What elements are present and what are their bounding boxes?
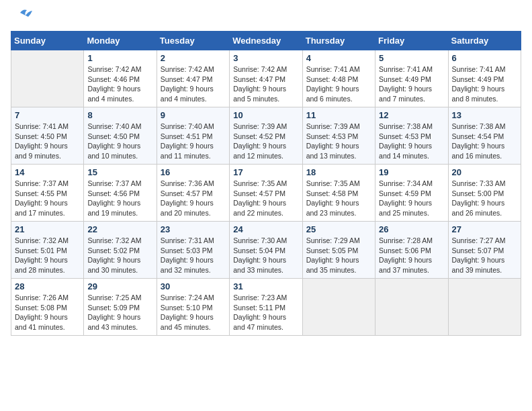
day-number: 20 [452,167,517,177]
day-info: Sunrise: 7:39 AM Sunset: 4:52 PM Dayligh… [233,122,298,161]
calendar-cell: 21Sunrise: 7:32 AM Sunset: 5:01 PM Dayli… [11,222,84,279]
day-of-week-header: Tuesday [157,32,229,50]
day-info: Sunrise: 7:33 AM Sunset: 5:00 PM Dayligh… [452,179,517,218]
day-info: Sunrise: 7:23 AM Sunset: 5:11 PM Dayligh… [233,293,298,332]
day-info: Sunrise: 7:32 AM Sunset: 5:02 PM Dayligh… [87,236,152,275]
calendar-cell: 1Sunrise: 7:42 AM Sunset: 4:46 PM Daylig… [84,50,157,107]
day-number: 5 [379,53,444,63]
day-number: 23 [161,224,226,234]
calendar-cell: 27Sunrise: 7:27 AM Sunset: 5:07 PM Dayli… [448,222,521,279]
calendar-cell: 30Sunrise: 7:24 AM Sunset: 5:10 PM Dayli… [157,279,229,336]
day-info: Sunrise: 7:28 AM Sunset: 5:06 PM Dayligh… [379,236,444,275]
day-info: Sunrise: 7:40 AM Sunset: 4:50 PM Dayligh… [87,122,152,161]
day-info: Sunrise: 7:42 AM Sunset: 4:47 PM Dayligh… [161,64,226,104]
calendar-cell: 19Sunrise: 7:34 AM Sunset: 4:59 PM Dayli… [375,165,448,222]
day-info: Sunrise: 7:41 AM Sunset: 4:49 PM Dayligh… [452,64,517,104]
day-number: 7 [15,110,80,120]
day-info: Sunrise: 7:27 AM Sunset: 5:07 PM Dayligh… [452,236,517,275]
page-header [11,11,521,26]
day-number: 3 [233,53,298,63]
day-number: 19 [379,167,444,177]
day-number: 10 [233,110,298,120]
calendar-cell: 15Sunrise: 7:37 AM Sunset: 4:56 PM Dayli… [84,165,157,222]
day-number: 28 [15,281,80,291]
day-info: Sunrise: 7:39 AM Sunset: 4:53 PM Dayligh… [306,122,371,161]
calendar-cell: 8Sunrise: 7:40 AM Sunset: 4:50 PM Daylig… [84,107,157,165]
calendar-cell: 20Sunrise: 7:33 AM Sunset: 5:00 PM Dayli… [448,165,521,222]
day-info: Sunrise: 7:38 AM Sunset: 4:53 PM Dayligh… [379,122,444,161]
day-info: Sunrise: 7:26 AM Sunset: 5:08 PM Dayligh… [15,293,80,332]
calendar-cell: 11Sunrise: 7:39 AM Sunset: 4:53 PM Dayli… [302,107,375,165]
calendar-week-row: 14Sunrise: 7:37 AM Sunset: 4:55 PM Dayli… [11,165,521,222]
calendar-cell: 9Sunrise: 7:40 AM Sunset: 4:51 PM Daylig… [157,107,229,165]
day-info: Sunrise: 7:40 AM Sunset: 4:51 PM Dayligh… [161,122,226,161]
calendar-cell: 31Sunrise: 7:23 AM Sunset: 5:11 PM Dayli… [230,279,302,336]
calendar-cell: 2Sunrise: 7:42 AM Sunset: 4:47 PM Daylig… [157,50,229,107]
day-number: 15 [87,167,152,177]
calendar-cell: 6Sunrise: 7:41 AM Sunset: 4:49 PM Daylig… [448,50,521,107]
day-number: 26 [379,224,444,234]
day-number: 22 [87,224,152,234]
day-info: Sunrise: 7:37 AM Sunset: 4:55 PM Dayligh… [15,179,80,218]
calendar-cell: 28Sunrise: 7:26 AM Sunset: 5:08 PM Dayli… [11,279,84,336]
day-number: 30 [161,281,226,291]
logo [11,11,32,26]
day-number: 29 [87,281,152,291]
calendar-cell [448,279,521,336]
calendar-cell: 18Sunrise: 7:35 AM Sunset: 4:58 PM Dayli… [302,165,375,222]
calendar-cell: 10Sunrise: 7:39 AM Sunset: 4:52 PM Dayli… [230,107,302,165]
calendar-week-row: 21Sunrise: 7:32 AM Sunset: 5:01 PM Dayli… [11,222,521,279]
day-info: Sunrise: 7:36 AM Sunset: 4:57 PM Dayligh… [161,179,226,218]
calendar-cell: 17Sunrise: 7:35 AM Sunset: 4:57 PM Dayli… [230,165,302,222]
calendar-cell: 24Sunrise: 7:30 AM Sunset: 5:04 PM Dayli… [230,222,302,279]
day-info: Sunrise: 7:25 AM Sunset: 5:09 PM Dayligh… [87,293,152,332]
day-of-week-header: Friday [375,32,448,50]
day-number: 14 [15,167,80,177]
day-number: 4 [306,53,371,63]
day-number: 16 [161,167,226,177]
day-number: 13 [452,110,517,120]
day-info: Sunrise: 7:29 AM Sunset: 5:05 PM Dayligh… [306,236,371,275]
calendar-week-row: 7Sunrise: 7:41 AM Sunset: 4:50 PM Daylig… [11,107,521,165]
calendar-week-row: 1Sunrise: 7:42 AM Sunset: 4:46 PM Daylig… [11,50,521,107]
calendar-cell: 3Sunrise: 7:42 AM Sunset: 4:47 PM Daylig… [230,50,302,107]
day-number: 1 [87,53,152,63]
calendar-cell: 16Sunrise: 7:36 AM Sunset: 4:57 PM Dayli… [157,165,229,222]
day-info: Sunrise: 7:30 AM Sunset: 5:04 PM Dayligh… [233,236,298,275]
calendar-cell: 23Sunrise: 7:31 AM Sunset: 5:03 PM Dayli… [157,222,229,279]
day-info: Sunrise: 7:35 AM Sunset: 4:57 PM Dayligh… [233,179,298,218]
day-number: 27 [452,224,517,234]
day-of-week-header: Saturday [448,32,521,50]
calendar-cell: 5Sunrise: 7:41 AM Sunset: 4:49 PM Daylig… [375,50,448,107]
day-info: Sunrise: 7:32 AM Sunset: 5:01 PM Dayligh… [15,236,80,275]
day-number: 25 [306,224,371,234]
day-info: Sunrise: 7:42 AM Sunset: 4:46 PM Dayligh… [87,64,152,104]
day-number: 8 [87,110,152,120]
day-info: Sunrise: 7:41 AM Sunset: 4:48 PM Dayligh… [306,64,371,104]
day-number: 17 [233,167,298,177]
day-of-week-header: Monday [84,32,157,50]
day-info: Sunrise: 7:41 AM Sunset: 4:50 PM Dayligh… [15,122,80,161]
calendar-cell: 4Sunrise: 7:41 AM Sunset: 4:48 PM Daylig… [302,50,375,107]
day-info: Sunrise: 7:35 AM Sunset: 4:58 PM Dayligh… [306,179,371,218]
calendar-cell [302,279,375,336]
calendar-week-row: 28Sunrise: 7:26 AM Sunset: 5:08 PM Dayli… [11,279,521,336]
day-info: Sunrise: 7:38 AM Sunset: 4:54 PM Dayligh… [452,122,517,161]
day-number: 6 [452,53,517,63]
day-of-week-header: Sunday [11,32,84,50]
calendar-cell: 22Sunrise: 7:32 AM Sunset: 5:02 PM Dayli… [84,222,157,279]
day-number: 31 [233,281,298,291]
calendar-cell: 7Sunrise: 7:41 AM Sunset: 4:50 PM Daylig… [11,107,84,165]
day-number: 11 [306,110,371,120]
day-of-week-header: Wednesday [230,32,302,50]
calendar-table: SundayMondayTuesdayWednesdayThursdayFrid… [11,31,521,336]
day-info: Sunrise: 7:31 AM Sunset: 5:03 PM Dayligh… [161,236,226,275]
days-of-week-row: SundayMondayTuesdayWednesdayThursdayFrid… [11,32,521,50]
day-number: 24 [233,224,298,234]
day-info: Sunrise: 7:42 AM Sunset: 4:47 PM Dayligh… [233,64,298,104]
calendar-cell: 13Sunrise: 7:38 AM Sunset: 4:54 PM Dayli… [448,107,521,165]
day-number: 12 [379,110,444,120]
day-info: Sunrise: 7:24 AM Sunset: 5:10 PM Dayligh… [161,293,226,332]
day-info: Sunrise: 7:34 AM Sunset: 4:59 PM Dayligh… [379,179,444,218]
calendar-cell [375,279,448,336]
